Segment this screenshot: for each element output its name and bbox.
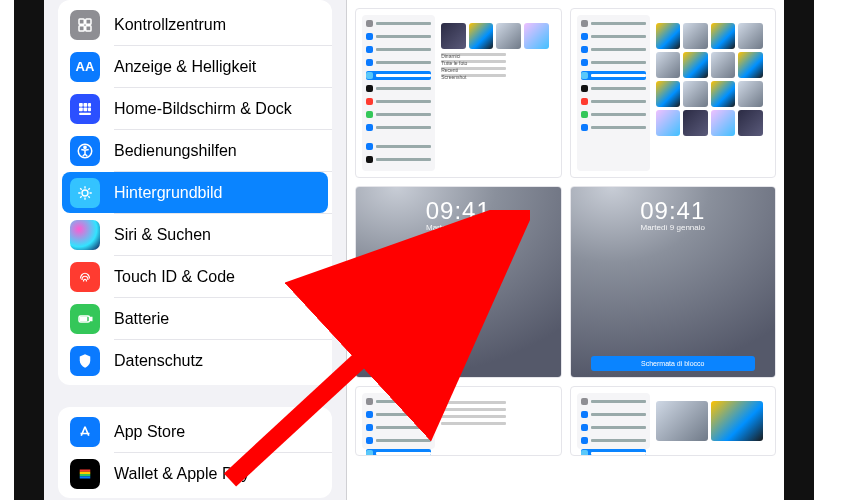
appstore-icon (70, 417, 100, 447)
svg-rect-6 (88, 103, 91, 107)
svg-rect-4 (79, 103, 83, 107)
lock-time: 09:41 (571, 197, 776, 225)
row-label: Kontrollzentrum (114, 16, 226, 34)
svg-point-13 (82, 190, 88, 196)
display-icon: AA (70, 52, 100, 82)
gallery-thumb-2[interactable] (570, 8, 777, 178)
gallery-thumb-lock-1[interactable]: 09:41 Martedì 9 gennaio (355, 186, 562, 378)
touchid-icon (70, 262, 100, 292)
svg-rect-10 (79, 112, 91, 114)
svg-rect-18 (80, 471, 91, 473)
settings-group-1: Kontrollzentrum AA Anzeige & Helligkeit … (58, 0, 332, 385)
row-label: Hintergrundbild (114, 184, 223, 202)
settings-row-control-center[interactable]: Kontrollzentrum (58, 4, 332, 45)
gallery-thumb-1[interactable]: Dinamici Tutte le foto Recenti Screensho… (355, 8, 562, 178)
gallery-thumb-lock-2[interactable]: 09:41 Martedì 9 gennaio Schermata di blo… (570, 186, 777, 378)
settings-row-display[interactable]: AA Anzeige & Helligkeit (58, 46, 332, 87)
gallery-thumb-5[interactable] (355, 386, 562, 456)
svg-rect-17 (80, 469, 91, 471)
lock-caption: Schermata di blocco (591, 356, 755, 371)
settings-row-wallpaper[interactable]: Hintergrundbild (62, 172, 328, 213)
row-label: Datenschutz (114, 352, 203, 370)
settings-row-privacy[interactable]: Datenschutz (58, 340, 332, 381)
siri-icon (70, 220, 100, 250)
svg-rect-8 (84, 107, 88, 111)
settings-row-siri[interactable]: Siri & Suchen (58, 214, 332, 255)
accessibility-icon (70, 136, 100, 166)
svg-rect-1 (86, 19, 91, 24)
row-label: Bedienungshilfen (114, 142, 237, 160)
settings-row-touchid[interactable]: Touch ID & Code (58, 256, 332, 297)
svg-rect-2 (79, 25, 84, 30)
row-label: Batterie (114, 310, 169, 328)
settings-row-battery[interactable]: Batterie (58, 298, 332, 339)
privacy-icon (70, 346, 100, 376)
battery-icon (70, 304, 100, 334)
lock-date: Martedì 9 gennaio (571, 223, 776, 232)
control-center-icon (70, 10, 100, 40)
svg-rect-9 (88, 107, 91, 111)
row-label: Wallet & Apple Pay (114, 465, 249, 483)
lock-date: Martedì 9 gennaio (356, 223, 561, 232)
settings-row-home[interactable]: Home-Bildschirm & Dock (58, 88, 332, 129)
svg-rect-16 (81, 317, 87, 320)
settings-group-2: App Store Wallet & Apple Pay (58, 407, 332, 498)
wallet-icon (70, 459, 100, 489)
svg-rect-19 (80, 474, 91, 476)
row-label: Anzeige & Helligkeit (114, 58, 256, 76)
row-label: Home-Bildschirm & Dock (114, 100, 292, 118)
settings-row-wallet[interactable]: Wallet & Apple Pay (58, 453, 332, 494)
lock-time: 09:41 (356, 197, 561, 225)
svg-rect-5 (84, 103, 88, 107)
row-label: Touch ID & Code (114, 268, 235, 286)
row-label: Siri & Suchen (114, 226, 211, 244)
screenshot-gallery: Dinamici Tutte le foto Recenti Screensho… (346, 0, 784, 500)
home-screen-icon (70, 94, 100, 124)
svg-rect-0 (79, 19, 84, 24)
ipad-frame: Kontrollzentrum AA Anzeige & Helligkeit … (14, 0, 814, 500)
svg-rect-7 (79, 107, 83, 111)
settings-sidebar: Kontrollzentrum AA Anzeige & Helligkeit … (44, 0, 346, 500)
svg-point-12 (84, 146, 86, 148)
settings-row-accessibility[interactable]: Bedienungshilfen (58, 130, 332, 171)
gallery-thumb-6[interactable] (570, 386, 777, 456)
svg-rect-3 (86, 25, 91, 30)
svg-rect-15 (90, 317, 92, 320)
svg-rect-20 (80, 476, 91, 478)
wallpaper-icon (70, 178, 100, 208)
row-label: App Store (114, 423, 185, 441)
settings-row-appstore[interactable]: App Store (58, 411, 332, 452)
